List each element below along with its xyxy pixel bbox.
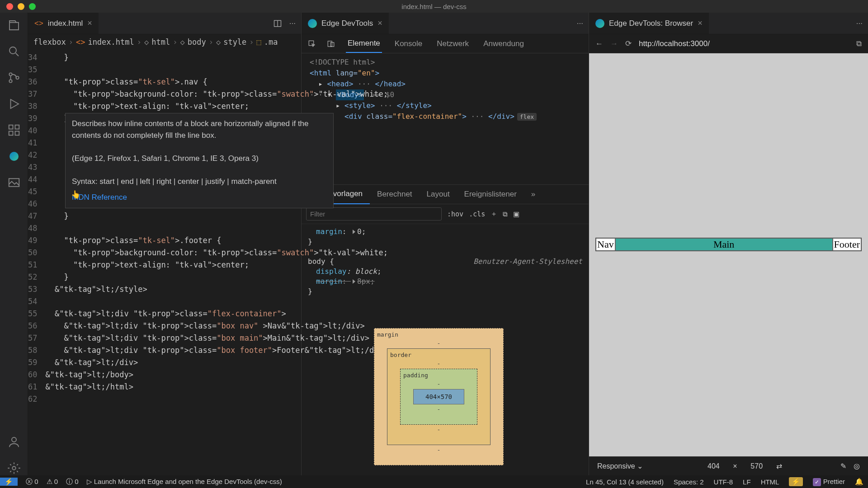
url-bar[interactable]: http://localhost:3000/ xyxy=(639,39,849,48)
copy-styles-icon[interactable]: ⧉ xyxy=(503,210,508,218)
tab-edge-devtools[interactable]: Edge DevTools × xyxy=(302,13,389,34)
cls-button[interactable]: .cls xyxy=(469,210,485,218)
tab-index-html[interactable]: <> index.html × xyxy=(28,13,99,34)
responsive-dropdown[interactable]: Responsive ⌄ xyxy=(597,462,643,470)
svg-rect-6 xyxy=(9,131,13,136)
cursor-hand-icon: 👆 xyxy=(71,190,80,199)
macos-titlebar: index.html — dev-css xyxy=(0,0,868,13)
errors-count[interactable]: ⓧ 0 xyxy=(26,478,38,486)
tab-label: Edge DevTools: Browser xyxy=(609,19,693,28)
rendered-flex-container: Nav Main Footer xyxy=(595,238,862,251)
inspect-element-icon[interactable] xyxy=(308,40,316,48)
device-toggle-icon[interactable] xyxy=(327,40,335,48)
tab-layout[interactable]: Layout xyxy=(420,185,457,204)
svg-rect-12 xyxy=(309,41,314,46)
rotate-icon[interactable]: ⇄ xyxy=(776,462,782,470)
search-icon[interactable] xyxy=(7,44,21,59)
remote-indicator[interactable]: ⚡ xyxy=(0,478,18,486)
svg-rect-14 xyxy=(330,42,334,47)
indent-status[interactable]: Spaces: 2 xyxy=(674,478,704,486)
window-title: index.html — dev-css xyxy=(401,3,466,10)
warnings-count[interactable]: ⚠ 0 xyxy=(47,478,58,486)
browser-tabbar: Edge DevTools: Browser × ··· xyxy=(589,13,868,34)
toggle-pane-icon[interactable]: ▣ xyxy=(513,210,519,218)
breadcrumb[interactable]: flexbox› <>index.html› ◇html› ◇body› ◇st… xyxy=(28,34,301,50)
editor-panel: <> index.html × ··· flexbox› <>index.htm… xyxy=(28,13,301,475)
info-count[interactable]: ⓘ 0 xyxy=(66,478,79,486)
hover-tooltip: Describes how inline contents of a block… xyxy=(65,113,334,208)
gallery-icon[interactable] xyxy=(7,175,21,190)
status-bar: ⚡ ⓧ 0 ⚠ 0 ⓘ 0 ▷ Launch Microsoft Edge an… xyxy=(0,475,868,488)
line-numbers: 3435363738394041424344454647484950515253… xyxy=(28,50,45,475)
height-input[interactable]: 570 xyxy=(745,462,769,470)
accounts-icon[interactable] xyxy=(7,435,21,449)
notifications-icon[interactable]: 🔔 xyxy=(855,478,863,486)
source-control-icon[interactable] xyxy=(7,70,21,85)
rendered-nav: Nav xyxy=(596,238,615,251)
settings-gear-icon[interactable] xyxy=(7,461,21,475)
forward-icon[interactable]: → xyxy=(610,39,618,48)
language-mode[interactable]: HTML xyxy=(761,478,779,486)
hov-button[interactable]: :hov xyxy=(447,210,463,218)
svg-point-0 xyxy=(9,47,16,54)
minimize-window-icon[interactable] xyxy=(18,3,24,10)
more-tabs-icon[interactable]: » xyxy=(524,185,542,204)
svg-point-1 xyxy=(9,73,12,75)
tab-ereignislistener[interactable]: Ereignislistener xyxy=(457,185,524,204)
more-editor-icon[interactable]: ··· xyxy=(289,19,296,28)
tab-konsole[interactable]: Konsole xyxy=(393,35,424,52)
styles-rules[interactable]: margin: 0; } body {Benutzer-Agent-Styles… xyxy=(302,224,589,475)
edge-launch-status[interactable]: ▷ Launch Microsoft Edge and open the Edg… xyxy=(87,478,282,486)
code-editor[interactable]: 3435363738394041424344454647484950515253… xyxy=(28,50,301,475)
svg-rect-13 xyxy=(328,41,332,47)
device-toolbar: Responsive ⌄ 404 × 570 ⇄ ✎ ◎ xyxy=(589,456,868,475)
close-window-icon[interactable] xyxy=(6,3,13,10)
browser-toolbar: ← → ⟳ http://localhost:3000/ ⧉ xyxy=(589,34,868,53)
html-file-icon: <> xyxy=(34,19,43,28)
more-icon[interactable]: ··· xyxy=(856,19,863,28)
edge-tools-icon[interactable] xyxy=(7,149,21,164)
run-debug-icon[interactable] xyxy=(7,97,21,111)
port-status[interactable]: ⚡ xyxy=(789,477,803,486)
new-style-icon[interactable]: ＋ xyxy=(491,210,497,218)
html-file-icon: <> xyxy=(76,38,85,47)
editor-tabbar: <> index.html × ··· xyxy=(28,13,301,34)
box-model[interactable]: margin- border- padding- 404×570 - - - xyxy=(374,328,504,465)
mdn-reference-link[interactable]: MDN Reference xyxy=(72,192,327,203)
svg-point-10 xyxy=(12,466,16,470)
browser-viewport[interactable]: Nav Main Footer xyxy=(589,53,868,456)
explorer-icon[interactable] xyxy=(7,18,21,33)
eyedropper-icon[interactable]: ✎ xyxy=(840,462,846,470)
rendered-main: Main xyxy=(615,238,833,251)
back-icon[interactable]: ← xyxy=(595,39,603,48)
rendered-footer: Footer xyxy=(833,238,861,251)
svg-point-2 xyxy=(9,80,12,82)
tab-anwendung[interactable]: Anwendung xyxy=(481,35,526,52)
close-tab-icon[interactable]: × xyxy=(377,19,382,28)
cursor-position[interactable]: Ln 45, Col 13 (4 selected) xyxy=(586,478,664,486)
svg-rect-5 xyxy=(15,125,19,129)
tab-label: index.html xyxy=(48,19,83,28)
extensions-icon[interactable] xyxy=(7,123,21,137)
tab-browser[interactable]: Edge DevTools: Browser × xyxy=(589,13,709,34)
devtools-tabbar: Edge DevTools × ··· xyxy=(302,13,589,34)
eol-status[interactable]: LF xyxy=(743,478,751,486)
activity-bar xyxy=(0,13,28,475)
close-tab-icon[interactable]: × xyxy=(87,19,92,28)
prettier-status[interactable]: ✓ Prettier xyxy=(813,478,845,486)
target-icon[interactable]: ◎ xyxy=(854,462,860,470)
svg-rect-7 xyxy=(15,131,19,136)
close-tab-icon[interactable]: × xyxy=(698,19,703,28)
more-icon[interactable]: ··· xyxy=(577,19,583,28)
traffic-lights xyxy=(6,3,36,10)
edge-icon xyxy=(595,19,604,28)
maximize-window-icon[interactable] xyxy=(29,3,36,10)
split-editor-icon[interactable] xyxy=(273,19,282,28)
tab-netzwerk[interactable]: Netzwerk xyxy=(435,35,471,52)
width-input[interactable]: 404 xyxy=(701,462,726,470)
reload-icon[interactable]: ⟳ xyxy=(625,39,632,48)
edge-icon xyxy=(308,19,317,28)
svg-point-9 xyxy=(12,437,16,442)
encoding-status[interactable]: UTF-8 xyxy=(714,478,733,486)
open-external-icon[interactable]: ⧉ xyxy=(856,39,862,48)
